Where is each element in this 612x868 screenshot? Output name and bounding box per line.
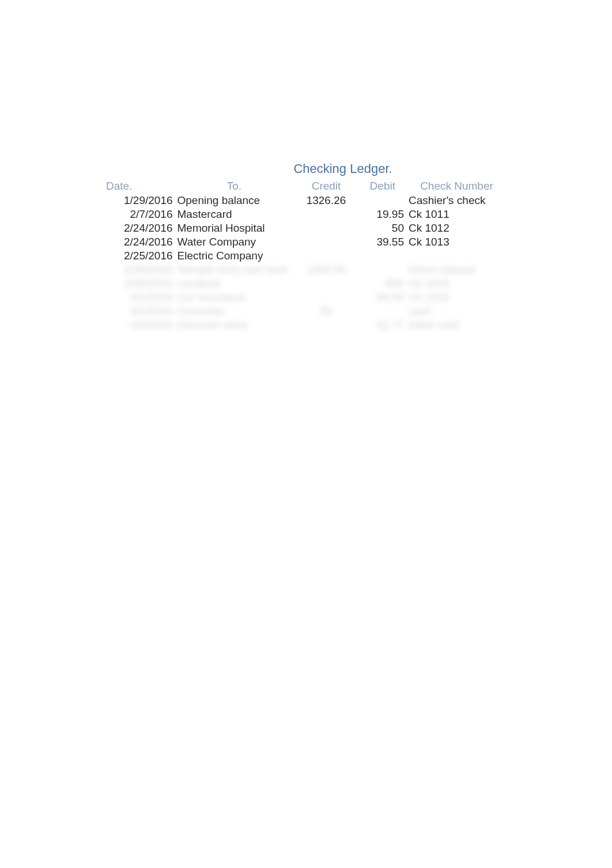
cell-check: Ck 1013 bbox=[406, 235, 507, 249]
cell-debit: 19.95 bbox=[359, 207, 406, 221]
ledger-table: Date. To. Credit Debit Check Number 1/29… bbox=[104, 179, 507, 332]
cell-debit: 50 bbox=[359, 221, 406, 235]
cell-date: 3/1/2016 bbox=[104, 304, 175, 318]
cell-credit bbox=[293, 290, 358, 304]
cell-debit bbox=[359, 263, 406, 277]
cell-credit: 1200.00 bbox=[293, 263, 358, 277]
cell-to: Landlord bbox=[175, 277, 294, 290]
header-check: Check Number bbox=[406, 179, 507, 194]
table-row: 3/1/2016Car Insurance86.50Ck 1016 bbox=[104, 290, 507, 304]
cell-check: Debit card bbox=[406, 318, 507, 332]
cell-credit bbox=[293, 249, 358, 263]
cell-debit: 800 bbox=[359, 277, 406, 290]
cell-check: Ck 1011 bbox=[406, 207, 507, 221]
table-header-row: Date. To. Credit Debit Check Number bbox=[104, 179, 507, 194]
cell-credit bbox=[293, 318, 358, 332]
cell-credit bbox=[293, 207, 358, 221]
cell-date: 2/28/2016 bbox=[104, 263, 175, 277]
cell-date: 2/24/2016 bbox=[104, 235, 175, 249]
cell-debit: 86.50 bbox=[359, 290, 406, 304]
cell-debit: 52.77 bbox=[359, 318, 406, 332]
cell-check: Cashier's check bbox=[406, 194, 507, 207]
cell-date: 2/24/2016 bbox=[104, 221, 175, 235]
cell-check: Ck 1015 bbox=[406, 277, 507, 290]
cell-check: Direct deposit bbox=[406, 263, 507, 277]
table-row: 2/25/2016Electric Company bbox=[104, 249, 507, 263]
cell-credit: 50 bbox=[293, 304, 358, 318]
table-row: 2/7/2016Mastercard19.95Ck 1011 bbox=[104, 207, 507, 221]
header-debit: Debit bbox=[359, 179, 406, 194]
cell-check bbox=[406, 249, 507, 263]
cell-to: Mastercard bbox=[175, 207, 294, 221]
cell-credit bbox=[293, 221, 358, 235]
cell-credit: 1326.26 bbox=[293, 194, 358, 207]
cell-to: Discount store bbox=[175, 318, 294, 332]
header-date: Date. bbox=[104, 179, 175, 194]
cell-to: Groceries bbox=[175, 304, 294, 318]
cell-to: Sample entry text here bbox=[175, 263, 294, 277]
cell-debit: 39.55 bbox=[359, 235, 406, 249]
table-row: 2/28/2016Sample entry text here1200.00Di… bbox=[104, 263, 507, 277]
cell-to: Water Company bbox=[175, 235, 294, 249]
cell-credit bbox=[293, 235, 358, 249]
cell-to: Memorial Hospital bbox=[175, 221, 294, 235]
header-credit: Credit bbox=[293, 179, 358, 194]
cell-debit bbox=[359, 194, 406, 207]
cell-to: Electric Company bbox=[175, 249, 294, 263]
table-row: 3/1/2016Groceries50cash bbox=[104, 304, 507, 318]
cell-date: 2/7/2016 bbox=[104, 207, 175, 221]
cell-check: cash bbox=[406, 304, 507, 318]
cell-date: 1/29/2016 bbox=[104, 194, 175, 207]
table-row: 2/24/2016Water Company39.55Ck 1013 bbox=[104, 235, 507, 249]
cell-to: Car Insurance bbox=[175, 290, 294, 304]
cell-check: Ck 1012 bbox=[406, 221, 507, 235]
cell-to: Opening balance bbox=[175, 194, 294, 207]
cell-date: 2/25/2016 bbox=[104, 249, 175, 263]
ledger-title: Checking Ledger. bbox=[104, 161, 507, 176]
cell-date: 3/2/2016 bbox=[104, 318, 175, 332]
table-row: 1/29/2016Opening balance1326.26Cashier's… bbox=[104, 194, 507, 207]
table-row: 2/28/2016Landlord800Ck 1015 bbox=[104, 277, 507, 290]
cell-check: Ck 1016 bbox=[406, 290, 507, 304]
cell-debit bbox=[359, 304, 406, 318]
cell-debit bbox=[359, 249, 406, 263]
table-row: 3/2/2016Discount store52.77Debit card bbox=[104, 318, 507, 332]
cell-date: 2/28/2016 bbox=[104, 277, 175, 290]
table-row: 2/24/2016Memorial Hospital50Ck 1012 bbox=[104, 221, 507, 235]
header-to: To. bbox=[175, 179, 294, 194]
cell-credit bbox=[293, 277, 358, 290]
cell-date: 3/1/2016 bbox=[104, 290, 175, 304]
